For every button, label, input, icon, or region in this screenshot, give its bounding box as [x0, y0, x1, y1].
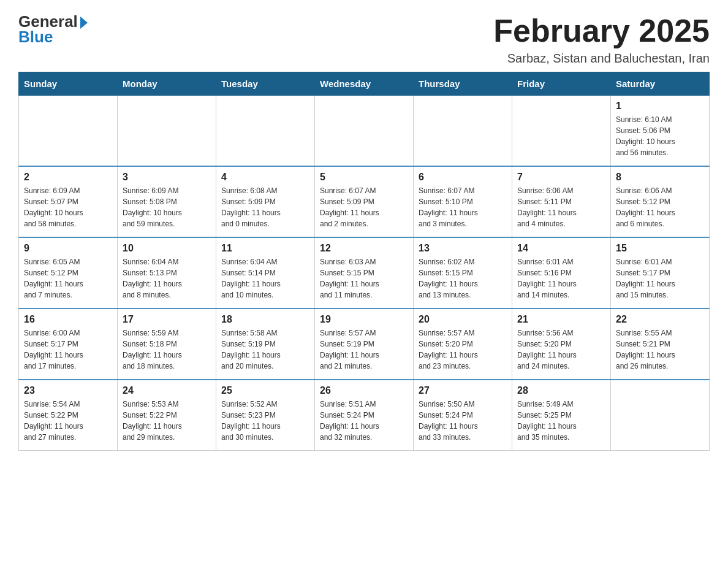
table-row: 22Sunrise: 5:55 AMSunset: 5:21 PMDayligh… — [611, 308, 710, 380]
header-saturday: Saturday — [611, 72, 710, 96]
day-number: 27 — [419, 385, 507, 396]
header-thursday: Thursday — [414, 72, 512, 96]
day-detail: Sunrise: 5:57 AMSunset: 5:19 PMDaylight:… — [320, 327, 408, 372]
table-row: 8Sunrise: 6:06 AMSunset: 5:12 PMDaylight… — [611, 166, 710, 237]
day-detail: Sunrise: 5:56 AMSunset: 5:20 PMDaylight:… — [517, 327, 605, 372]
day-detail: Sunrise: 6:02 AMSunset: 5:15 PMDaylight:… — [419, 256, 507, 301]
day-detail: Sunrise: 6:05 AMSunset: 5:12 PMDaylight:… — [24, 256, 112, 301]
day-number: 14 — [517, 243, 605, 254]
header-sunday: Sunday — [19, 72, 118, 96]
table-row: 23Sunrise: 5:54 AMSunset: 5:22 PMDayligh… — [19, 380, 118, 451]
header-tuesday: Tuesday — [216, 72, 315, 96]
day-number: 9 — [24, 243, 112, 254]
day-detail: Sunrise: 6:09 AMSunset: 5:07 PMDaylight:… — [24, 185, 112, 229]
day-detail: Sunrise: 6:09 AMSunset: 5:08 PMDaylight:… — [123, 185, 211, 229]
table-row: 9Sunrise: 6:05 AMSunset: 5:12 PMDaylight… — [19, 237, 118, 308]
day-number: 25 — [221, 385, 309, 396]
table-row: 24Sunrise: 5:53 AMSunset: 5:22 PMDayligh… — [118, 380, 216, 451]
day-number: 10 — [123, 243, 211, 254]
table-row: 13Sunrise: 6:02 AMSunset: 5:15 PMDayligh… — [414, 237, 512, 308]
table-row — [19, 96, 118, 167]
day-detail: Sunrise: 6:10 AMSunset: 5:06 PMDaylight:… — [616, 114, 704, 158]
header-wednesday: Wednesday — [315, 72, 414, 96]
table-row: 12Sunrise: 6:03 AMSunset: 5:15 PMDayligh… — [315, 237, 414, 308]
table-row: 16Sunrise: 6:00 AMSunset: 5:17 PMDayligh… — [19, 308, 118, 380]
day-number: 4 — [221, 172, 309, 183]
day-number: 18 — [221, 314, 309, 325]
calendar-week-row: 1Sunrise: 6:10 AMSunset: 5:06 PMDaylight… — [19, 96, 710, 167]
table-row: 5Sunrise: 6:07 AMSunset: 5:09 PMDaylight… — [315, 166, 414, 237]
calendar-title: February 2025 — [493, 12, 710, 49]
day-detail: Sunrise: 6:04 AMSunset: 5:14 PMDaylight:… — [221, 256, 309, 301]
table-row: 21Sunrise: 5:56 AMSunset: 5:20 PMDayligh… — [512, 308, 611, 380]
table-row — [414, 96, 512, 167]
header-friday: Friday — [512, 72, 611, 96]
day-number: 26 — [320, 385, 408, 396]
calendar-week-row: 16Sunrise: 6:00 AMSunset: 5:17 PMDayligh… — [19, 308, 710, 380]
day-detail: Sunrise: 5:49 AMSunset: 5:25 PMDaylight:… — [517, 399, 605, 443]
logo-blue-text: Blue — [18, 28, 53, 47]
day-number: 16 — [24, 314, 112, 325]
day-number: 3 — [123, 172, 211, 183]
table-row — [512, 96, 611, 167]
table-row: 15Sunrise: 6:01 AMSunset: 5:17 PMDayligh… — [611, 237, 710, 308]
day-detail: Sunrise: 6:08 AMSunset: 5:09 PMDaylight:… — [221, 185, 309, 229]
table-row: 3Sunrise: 6:09 AMSunset: 5:08 PMDaylight… — [118, 166, 216, 237]
header-monday: Monday — [118, 72, 216, 96]
day-number: 28 — [517, 385, 605, 396]
calendar-week-row: 2Sunrise: 6:09 AMSunset: 5:07 PMDaylight… — [19, 166, 710, 237]
day-number: 13 — [419, 243, 507, 254]
day-number: 22 — [616, 314, 704, 325]
day-detail: Sunrise: 5:53 AMSunset: 5:22 PMDaylight:… — [123, 399, 211, 443]
day-detail: Sunrise: 5:55 AMSunset: 5:21 PMDaylight:… — [616, 327, 704, 372]
logo: General Blue — [18, 12, 88, 47]
title-block: February 2025 Sarbaz, Sistan and Baluche… — [493, 12, 710, 66]
table-row: 7Sunrise: 6:06 AMSunset: 5:11 PMDaylight… — [512, 166, 611, 237]
day-detail: Sunrise: 6:07 AMSunset: 5:10 PMDaylight:… — [419, 185, 507, 229]
table-row — [315, 96, 414, 167]
table-row: 25Sunrise: 5:52 AMSunset: 5:23 PMDayligh… — [216, 380, 315, 451]
day-detail: Sunrise: 6:01 AMSunset: 5:17 PMDaylight:… — [616, 256, 704, 301]
table-row: 26Sunrise: 5:51 AMSunset: 5:24 PMDayligh… — [315, 380, 414, 451]
day-number: 12 — [320, 243, 408, 254]
day-number: 2 — [24, 172, 112, 183]
table-row: 6Sunrise: 6:07 AMSunset: 5:10 PMDaylight… — [414, 166, 512, 237]
calendar-week-row: 9Sunrise: 6:05 AMSunset: 5:12 PMDaylight… — [19, 237, 710, 308]
logo-arrow-icon — [80, 17, 88, 29]
day-detail: Sunrise: 6:04 AMSunset: 5:13 PMDaylight:… — [123, 256, 211, 301]
table-row: 20Sunrise: 5:57 AMSunset: 5:20 PMDayligh… — [414, 308, 512, 380]
calendar-subtitle: Sarbaz, Sistan and Baluchestan, Iran — [493, 52, 710, 66]
table-row: 19Sunrise: 5:57 AMSunset: 5:19 PMDayligh… — [315, 308, 414, 380]
day-number: 23 — [24, 385, 112, 396]
day-number: 7 — [517, 172, 605, 183]
table-row — [216, 96, 315, 167]
day-number: 24 — [123, 385, 211, 396]
weekday-header-row: Sunday Monday Tuesday Wednesday Thursday… — [19, 72, 710, 96]
day-detail: Sunrise: 5:51 AMSunset: 5:24 PMDaylight:… — [320, 399, 408, 443]
day-detail: Sunrise: 6:01 AMSunset: 5:16 PMDaylight:… — [517, 256, 605, 301]
calendar-week-row: 23Sunrise: 5:54 AMSunset: 5:22 PMDayligh… — [19, 380, 710, 451]
day-number: 19 — [320, 314, 408, 325]
day-detail: Sunrise: 6:06 AMSunset: 5:11 PMDaylight:… — [517, 185, 605, 229]
day-number: 20 — [419, 314, 507, 325]
table-row: 18Sunrise: 5:58 AMSunset: 5:19 PMDayligh… — [216, 308, 315, 380]
table-row — [118, 96, 216, 167]
day-detail: Sunrise: 6:07 AMSunset: 5:09 PMDaylight:… — [320, 185, 408, 229]
day-number: 1 — [616, 101, 704, 112]
table-row: 1Sunrise: 6:10 AMSunset: 5:06 PMDaylight… — [611, 96, 710, 167]
day-detail: Sunrise: 5:57 AMSunset: 5:20 PMDaylight:… — [419, 327, 507, 372]
calendar-table: Sunday Monday Tuesday Wednesday Thursday… — [18, 72, 710, 451]
day-number: 6 — [419, 172, 507, 183]
table-row: 17Sunrise: 5:59 AMSunset: 5:18 PMDayligh… — [118, 308, 216, 380]
day-number: 5 — [320, 172, 408, 183]
day-number: 17 — [123, 314, 211, 325]
table-row: 27Sunrise: 5:50 AMSunset: 5:24 PMDayligh… — [414, 380, 512, 451]
table-row: 2Sunrise: 6:09 AMSunset: 5:07 PMDaylight… — [19, 166, 118, 237]
day-detail: Sunrise: 6:03 AMSunset: 5:15 PMDaylight:… — [320, 256, 408, 301]
day-detail: Sunrise: 5:59 AMSunset: 5:18 PMDaylight:… — [123, 327, 211, 372]
day-detail: Sunrise: 5:58 AMSunset: 5:19 PMDaylight:… — [221, 327, 309, 372]
day-detail: Sunrise: 6:00 AMSunset: 5:17 PMDaylight:… — [24, 327, 112, 372]
day-number: 21 — [517, 314, 605, 325]
day-detail: Sunrise: 5:50 AMSunset: 5:24 PMDaylight:… — [419, 399, 507, 443]
page-header: General Blue February 2025 Sarbaz, Sista… — [18, 12, 710, 66]
